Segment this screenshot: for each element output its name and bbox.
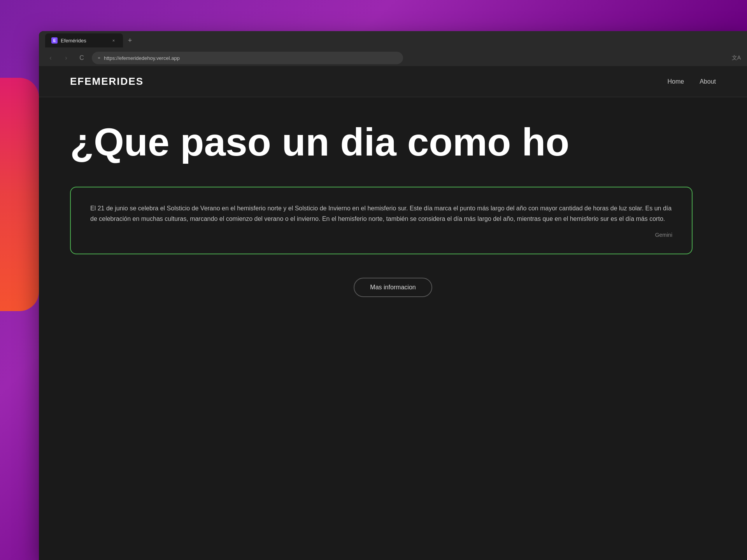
site-nav-links: Home About — [668, 78, 716, 85]
nav-about-link[interactable]: About — [700, 78, 716, 85]
site-navbar: EFEMERIDES Home About — [39, 66, 747, 97]
url-bar[interactable]: ⚭ https://efemeridedehoy.vercel.app — [92, 52, 403, 64]
browser-chrome: E Efemérides × + ‹ › C ⚭ https://efemeri… — [39, 31, 747, 66]
nav-home-link[interactable]: Home — [668, 78, 684, 85]
hero-title: ¿Que paso un dia como ho — [70, 121, 716, 163]
browser-window: E Efemérides × + ‹ › C ⚭ https://efemeri… — [39, 31, 747, 560]
tab-bar: E Efemérides × + — [39, 31, 747, 50]
background-decoration — [0, 78, 39, 311]
forward-button[interactable]: › — [61, 52, 72, 63]
tab-title: Efemérides — [61, 38, 107, 44]
content-card: El 21 de junio se celebra el Solsticio d… — [70, 187, 693, 254]
card-attribution: Gemini — [90, 232, 672, 238]
url-text: https://efemeridedehoy.vercel.app — [104, 55, 180, 61]
site-main: ¿Que paso un dia como ho El 21 de junio … — [39, 97, 747, 320]
new-tab-button[interactable]: + — [124, 35, 135, 46]
url-lock-icon: ⚭ — [97, 56, 101, 61]
translate-button[interactable]: 文A — [732, 54, 741, 61]
more-info-button[interactable]: Mas informacion — [354, 278, 432, 297]
card-body-text: El 21 de junio se celebra el Solsticio d… — [90, 203, 672, 224]
active-tab[interactable]: E Efemérides × — [45, 33, 123, 47]
refresh-button[interactable]: C — [76, 52, 87, 63]
website-content: EFEMERIDES Home About ¿Que paso un dia c… — [39, 66, 747, 560]
site-logo: EFEMERIDES — [70, 75, 144, 88]
address-bar: ‹ › C ⚭ https://efemeridedehoy.vercel.ap… — [39, 50, 747, 66]
tab-favicon: E — [51, 37, 58, 44]
tab-close-button[interactable]: × — [110, 37, 117, 44]
back-button[interactable]: ‹ — [45, 52, 56, 63]
